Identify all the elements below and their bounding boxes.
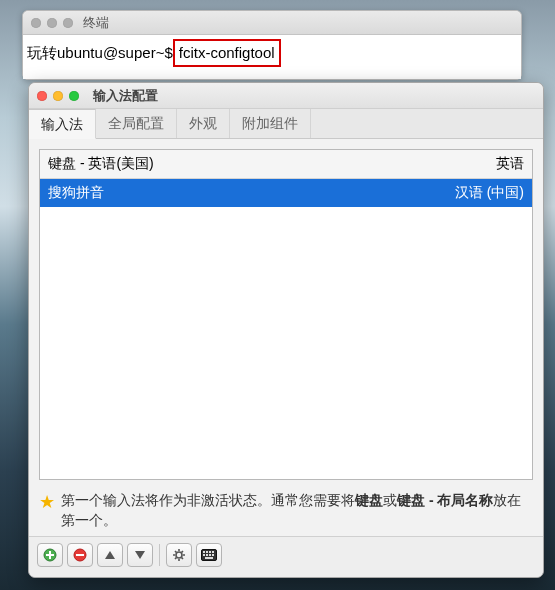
svg-rect-7 xyxy=(212,551,214,553)
tab-bar: 输入法 全局配置 外观 附加组件 xyxy=(29,109,543,139)
star-icon: ★ xyxy=(39,492,55,512)
item-lang: 汉语 (中国) xyxy=(455,184,524,202)
svg-point-2 xyxy=(176,552,182,558)
toolbar-separator xyxy=(159,544,160,566)
terminal-titlebar: 终端 xyxy=(23,11,521,35)
terminal-window: 终端 玩转ubuntu@super~$fcitx-configtool xyxy=(22,10,522,80)
terminal-max[interactable] xyxy=(63,18,73,28)
item-name: 搜狗拼音 xyxy=(48,184,104,202)
list-header: 键盘 - 英语(美国) 英语 xyxy=(40,150,532,179)
terminal-command: fcitx-configtool xyxy=(173,39,281,67)
move-up-button[interactable] xyxy=(97,543,123,567)
hint-text: ★ 第一个输入法将作为非激活状态。通常您需要将键盘或键盘 - 布局名称放在第一个… xyxy=(29,490,543,536)
keyboard-button[interactable] xyxy=(196,543,222,567)
header-right: 英语 xyxy=(496,155,524,173)
tab-appearance[interactable]: 外观 xyxy=(177,109,230,138)
terminal-close[interactable] xyxy=(31,18,41,28)
add-button[interactable] xyxy=(37,543,63,567)
input-method-list[interactable]: 键盘 - 英语(美国) 英语 搜狗拼音 汉语 (中国) xyxy=(39,149,533,480)
svg-rect-10 xyxy=(209,554,211,556)
terminal-min[interactable] xyxy=(47,18,57,28)
minimize-button[interactable] xyxy=(53,91,63,101)
window-title: 输入法配置 xyxy=(93,87,158,105)
list-item[interactable]: 搜狗拼音 汉语 (中国) xyxy=(40,179,532,207)
configure-button[interactable] xyxy=(166,543,192,567)
tab-input-method[interactable]: 输入法 xyxy=(29,109,96,139)
terminal-title: 终端 xyxy=(83,14,109,32)
move-down-button[interactable] xyxy=(127,543,153,567)
svg-rect-5 xyxy=(206,551,208,553)
svg-rect-12 xyxy=(205,557,213,559)
svg-rect-4 xyxy=(203,551,205,553)
maximize-button[interactable] xyxy=(69,91,79,101)
bottom-toolbar xyxy=(29,536,543,577)
config-window: 输入法配置 输入法 全局配置 外观 附加组件 键盘 - 英语(美国) 英语 搜狗… xyxy=(28,82,544,578)
svg-rect-9 xyxy=(206,554,208,556)
config-titlebar: 输入法配置 xyxy=(29,83,543,109)
terminal-content[interactable]: 玩转ubuntu@super~$fcitx-configtool xyxy=(23,35,521,79)
svg-rect-8 xyxy=(203,554,205,556)
svg-rect-11 xyxy=(212,554,214,556)
close-button[interactable] xyxy=(37,91,47,101)
terminal-prompt: 玩转ubuntu@super~$ xyxy=(27,44,173,61)
remove-button[interactable] xyxy=(67,543,93,567)
svg-rect-6 xyxy=(209,551,211,553)
header-left: 键盘 - 英语(美国) xyxy=(48,155,154,173)
tab-global-config[interactable]: 全局配置 xyxy=(96,109,177,138)
tab-addons[interactable]: 附加组件 xyxy=(230,109,311,138)
hint-content: 第一个输入法将作为非激活状态。通常您需要将键盘或键盘 - 布局名称放在第一个。 xyxy=(61,490,533,530)
